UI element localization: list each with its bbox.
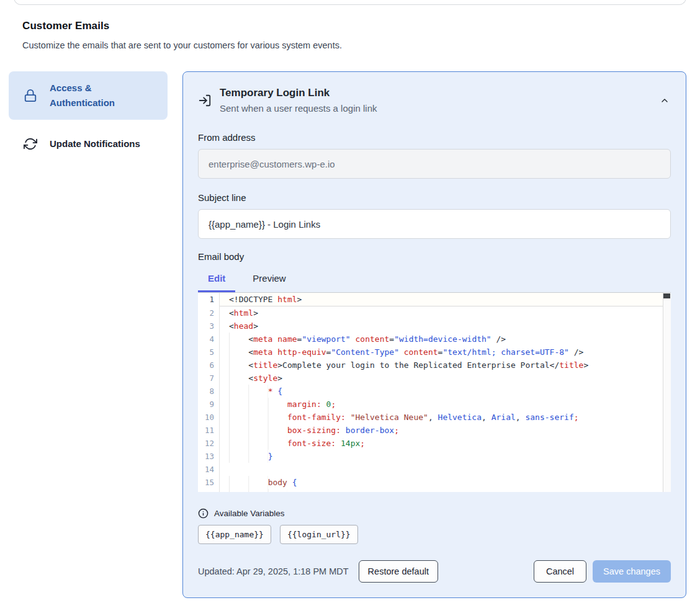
page-subtitle: Customize the emails that are sent to yo… xyxy=(22,40,678,50)
from-address-input[interactable] xyxy=(198,149,671,179)
panel-subtitle: Sent when a user requests a login link xyxy=(220,103,660,114)
sidebar: Access & Authentication Update Notificat… xyxy=(9,71,168,598)
code-line: 7 <style> xyxy=(198,372,671,385)
variable-chip-login-url[interactable]: {{login_url}} xyxy=(280,525,358,544)
editor-scrollbar[interactable] xyxy=(663,293,671,492)
email-body-label: Email body xyxy=(198,251,671,262)
tab-preview[interactable]: Preview xyxy=(243,269,295,292)
available-variables-label: Available Variables xyxy=(214,509,285,518)
sidebar-item-label: Update Notifications xyxy=(50,136,140,151)
updated-timestamp: Updated: Apr 29, 2025, 1:18 PM MDT xyxy=(198,566,349,576)
lock-icon xyxy=(24,89,37,102)
content: Access & Authentication Update Notificat… xyxy=(0,71,700,598)
code-line: 1<!DOCTYPE html> xyxy=(198,293,671,306)
code-line: 3<head> xyxy=(198,320,671,333)
refresh-icon xyxy=(24,137,37,151)
code-line: 12 font-size: 14px; xyxy=(198,437,671,450)
editor-scrollbar-thumb[interactable] xyxy=(663,293,670,298)
code-lines: 1<!DOCTYPE html>2<html>3<head>4 <meta na… xyxy=(198,293,671,492)
panel-header[interactable]: Temporary Login Link Sent when a user re… xyxy=(198,87,671,114)
code-line: 9 margin: 0; xyxy=(198,398,671,411)
code-line: 6 <title>Complete your login to the Repl… xyxy=(198,359,671,372)
from-address-label: From address xyxy=(198,132,671,143)
info-icon xyxy=(198,508,209,519)
available-variables-row: Available Variables xyxy=(198,508,671,519)
sidebar-item-label: Access & Authentication xyxy=(50,81,158,110)
email-template-panel: Temporary Login Link Sent when a user re… xyxy=(182,71,686,598)
page-header: Customer Emails Customize the emails tha… xyxy=(22,20,678,50)
code-line: 5 <meta http-equiv="Content-Type" conten… xyxy=(198,346,671,359)
sidebar-item-update-notifications[interactable]: Update Notifications xyxy=(9,120,168,168)
code-editor[interactable]: 1<!DOCTYPE html>2<html>3<head>4 <meta na… xyxy=(198,292,671,492)
variable-chip-app-name[interactable]: {{app_name}} xyxy=(198,525,271,544)
panel-title: Temporary Login Link xyxy=(220,87,660,99)
panel-header-text: Temporary Login Link Sent when a user re… xyxy=(220,87,660,114)
code-line: 14 xyxy=(198,463,671,476)
footer-action-buttons: Cancel Save changes xyxy=(534,560,671,583)
cancel-button[interactable]: Cancel xyxy=(534,560,586,583)
save-changes-button[interactable]: Save changes xyxy=(593,560,671,583)
restore-default-button[interactable]: Restore default xyxy=(359,560,438,583)
page-title: Customer Emails xyxy=(22,20,678,32)
subject-line-label: Subject line xyxy=(198,192,671,203)
log-in-icon xyxy=(198,94,213,107)
variable-chips: {{app_name}} {{login_url}} xyxy=(198,525,671,544)
subject-line-input[interactable] xyxy=(198,209,671,239)
code-line: 16 background-color: #ffffff; xyxy=(198,489,671,492)
editor-tabs: Edit Preview xyxy=(198,269,671,292)
code-line: 13 } xyxy=(198,450,671,463)
panel-footer: Updated: Apr 29, 2025, 1:18 PM MDT Resto… xyxy=(198,560,671,583)
code-line: 11 box-sizing: border-box; xyxy=(198,424,671,437)
code-line: 8 * { xyxy=(198,385,671,398)
code-line: 10 font-family: "Helvetica Neue", Helvet… xyxy=(198,411,671,424)
tab-edit[interactable]: Edit xyxy=(198,269,235,292)
previous-card-bottom-edge xyxy=(14,0,686,5)
code-line: 4 <meta name="viewport" content="width=d… xyxy=(198,333,671,346)
sidebar-item-access-authentication[interactable]: Access & Authentication xyxy=(9,71,168,120)
code-line: 2<html> xyxy=(198,306,671,320)
chevron-up-icon[interactable] xyxy=(660,96,671,105)
code-line: 15 body { xyxy=(198,476,671,489)
